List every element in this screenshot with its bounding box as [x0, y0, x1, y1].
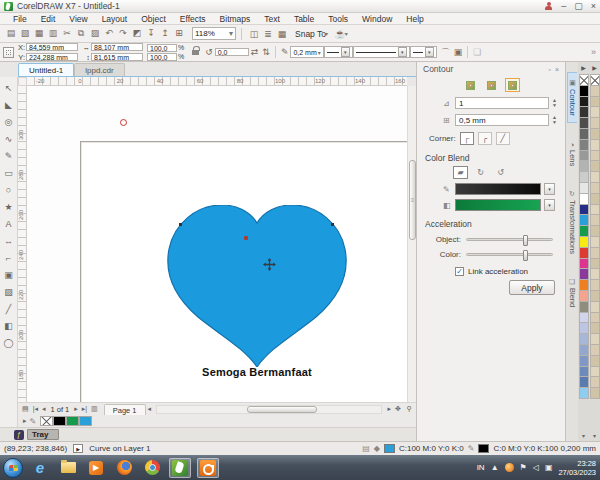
chevron-down-icon[interactable]: ▾	[544, 183, 555, 195]
palette-scroll-down-icon[interactable]: ▾	[593, 432, 596, 441]
outline-color-indicator[interactable]	[478, 444, 489, 453]
screen-recorder-icon[interactable]	[197, 458, 219, 478]
coreldraw-taskbar-icon[interactable]	[169, 458, 191, 478]
show-grid-icon[interactable]: ▦	[275, 27, 289, 41]
tray-app-icon[interactable]	[505, 463, 514, 472]
restore-button[interactable]: ▢	[574, 2, 583, 11]
start-button[interactable]	[3, 458, 23, 478]
search-content-icon[interactable]: ◩	[130, 26, 144, 40]
tray-button[interactable]: Tray	[27, 429, 59, 440]
object-acceleration-slider[interactable]	[466, 238, 553, 241]
tab-untitled-1[interactable]: Untitled-1	[18, 63, 74, 76]
account-icon[interactable]	[544, 2, 553, 11]
chevron-down-icon[interactable]: ▾	[544, 199, 555, 211]
spinner-arrows[interactable]: ▲▼	[552, 115, 557, 125]
tab-lppd-cdr[interactable]: lppd.cdr	[74, 63, 124, 76]
add-page-icon[interactable]: ▥	[89, 405, 100, 413]
counterclockwise-blend-button[interactable]: ↺	[493, 166, 508, 179]
heart-shape[interactable]	[163, 205, 351, 367]
options-button[interactable]: ☕▾	[334, 27, 348, 41]
polygon-tool[interactable]: ★	[1, 199, 16, 214]
snap-to-dropdown[interactable]: Snap To ▾	[291, 27, 332, 41]
slider-thumb[interactable]	[523, 250, 528, 261]
line-style-select[interactable]: ▾	[353, 46, 410, 58]
palette-scroll-down-icon[interactable]: ▾	[582, 432, 585, 441]
text-wrap-icon[interactable]: ▣	[454, 47, 463, 57]
heart-caption-text[interactable]: Semoga Bermanfaat	[163, 366, 351, 378]
file-explorer-icon[interactable]	[57, 458, 79, 478]
shape-node[interactable]	[331, 223, 334, 226]
curve-node-marker[interactable]	[120, 119, 127, 126]
scroll-right-icon[interactable]: ▸	[385, 405, 393, 413]
color-acceleration-slider[interactable]	[466, 253, 553, 256]
tab-blend[interactable]: ❏Blend	[568, 272, 577, 313]
horizontal-ruler[interactable]: -20020406080100120140160	[27, 77, 407, 86]
contour-steps-input[interactable]: 1	[455, 97, 549, 109]
zoom-tool[interactable]: ◎	[1, 114, 16, 129]
menu-bitmaps[interactable]: Bitmaps	[213, 13, 258, 25]
dock-icon[interactable]: ▫	[548, 66, 550, 73]
open-icon[interactable]: ▧	[18, 26, 32, 40]
interactive-fill-tool[interactable]: ◧	[1, 318, 16, 333]
close-button[interactable]: ×	[591, 2, 596, 11]
show-rulers-icon[interactable]: ≣	[261, 27, 275, 41]
previous-page-icon[interactable]: ◂	[40, 405, 48, 413]
vertical-scrollbar[interactable]	[407, 86, 416, 402]
last-page-icon[interactable]: ▸|	[80, 405, 89, 413]
copy-icon[interactable]: ⧉	[74, 27, 88, 41]
bevel-corner-button[interactable]: ╱	[496, 132, 510, 145]
shape-tool[interactable]: ◣	[1, 97, 16, 112]
menu-tools[interactable]: Tools	[321, 13, 355, 25]
palette-swatch[interactable]	[79, 416, 92, 426]
internet-explorer-icon[interactable]: e	[29, 458, 51, 478]
vertical-ruler[interactable]: 300280260240220200180160	[18, 86, 27, 402]
volume-icon[interactable]: ◁	[533, 463, 539, 472]
firefox-icon[interactable]	[113, 458, 135, 478]
palette-swatch[interactable]	[66, 416, 79, 426]
shape-node[interactable]	[179, 223, 182, 226]
rectangle-tool[interactable]: ▭	[1, 165, 16, 180]
round-corner-button[interactable]: ╭	[478, 132, 492, 145]
print-icon[interactable]: ▥	[46, 26, 60, 40]
transparency-tool[interactable]: ▨	[1, 284, 16, 299]
scale-h-input[interactable]: 100,0	[147, 44, 177, 52]
to-front-icon[interactable]: ❏	[473, 47, 481, 57]
artistic-media-tool[interactable]: ✎	[1, 148, 16, 163]
inside-contour-button[interactable]	[484, 78, 499, 92]
outline-width-select[interactable]: 0,2 mm ▾	[290, 46, 323, 58]
fill-status-icon[interactable]: ◆	[374, 444, 380, 453]
mirror-horizontal-icon[interactable]: ⇄	[251, 47, 259, 57]
dimension-tool[interactable]: ↔	[1, 233, 16, 248]
eyedropper-icon[interactable]: ✎	[30, 417, 37, 426]
palette-swatch[interactable]	[590, 387, 600, 399]
clockwise-blend-button[interactable]: ↻	[473, 166, 488, 179]
palette-swatch[interactable]	[40, 416, 53, 426]
horizontal-scrollbar-thumb[interactable]	[247, 406, 317, 413]
menu-help[interactable]: Help	[399, 13, 430, 25]
start-arrowhead-select[interactable]: ▾	[324, 46, 353, 58]
menu-effects[interactable]: Effects	[173, 13, 213, 25]
palette-swatch[interactable]	[53, 416, 66, 426]
page-1-tab[interactable]: Page 1	[104, 404, 146, 415]
redo-icon[interactable]: ↷	[116, 26, 130, 40]
outside-contour-button[interactable]	[505, 78, 520, 92]
close-curve-icon[interactable]: ⌒	[441, 46, 450, 59]
linear-blend-button[interactable]: ▰	[453, 166, 468, 179]
language-indicator[interactable]: IN	[477, 463, 485, 472]
eyedropper-tool[interactable]: ╱	[1, 301, 16, 316]
new-document-icon[interactable]: ▤	[4, 26, 18, 40]
export-icon[interactable]: ↥	[158, 26, 172, 40]
outline-color-swatch[interactable]	[455, 183, 541, 195]
zoom-level-select[interactable]: 118% ▾	[192, 27, 236, 40]
object-width-input[interactable]: 88,107 mm	[91, 43, 143, 51]
pick-tool[interactable]: ↖	[1, 80, 16, 95]
pan-icon[interactable]: ✥	[393, 405, 403, 413]
end-arrowhead-select[interactable]: ▾	[410, 46, 437, 58]
media-player-icon[interactable]: ▶	[85, 458, 107, 478]
drawing-canvas[interactable]: Semoga Bermanfaat	[27, 86, 407, 402]
play-icon[interactable]: ▶	[73, 444, 83, 453]
cut-icon[interactable]: ✂	[60, 26, 74, 40]
scale-v-input[interactable]: 100,0	[147, 53, 177, 61]
undo-icon[interactable]: ↶	[102, 26, 116, 40]
spinner-arrows[interactable]: ▲▼	[552, 98, 557, 108]
